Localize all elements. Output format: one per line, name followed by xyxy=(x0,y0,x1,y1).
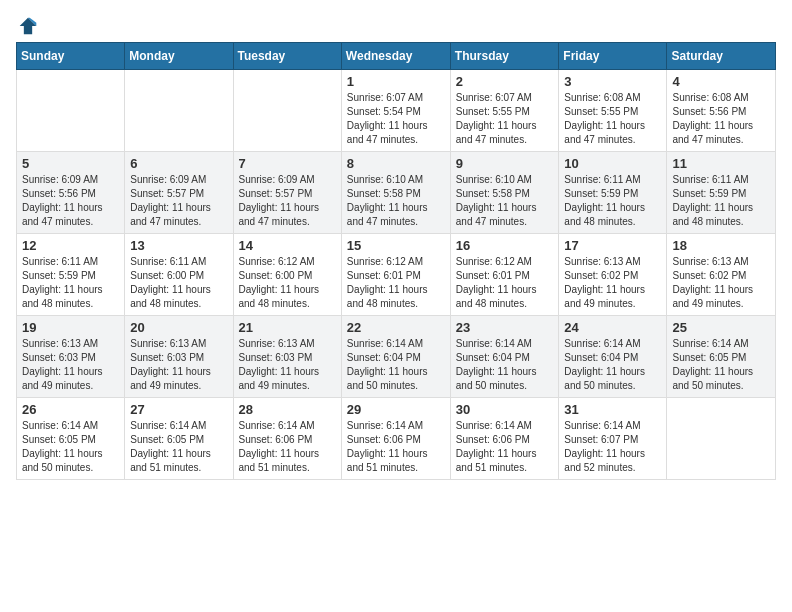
calendar-table: SundayMondayTuesdayWednesdayThursdayFrid… xyxy=(16,42,776,480)
calendar-cell xyxy=(667,398,776,480)
day-info: Sunrise: 6:14 AM Sunset: 6:06 PM Dayligh… xyxy=(239,419,336,475)
page-header xyxy=(16,16,776,36)
calendar-cell xyxy=(17,70,125,152)
day-number: 18 xyxy=(672,238,770,253)
day-info: Sunrise: 6:14 AM Sunset: 6:06 PM Dayligh… xyxy=(456,419,554,475)
day-info: Sunrise: 6:10 AM Sunset: 5:58 PM Dayligh… xyxy=(456,173,554,229)
calendar-week-row: 5Sunrise: 6:09 AM Sunset: 5:56 PM Daylig… xyxy=(17,152,776,234)
day-number: 5 xyxy=(22,156,119,171)
day-info: Sunrise: 6:07 AM Sunset: 5:54 PM Dayligh… xyxy=(347,91,445,147)
day-number: 22 xyxy=(347,320,445,335)
day-info: Sunrise: 6:13 AM Sunset: 6:03 PM Dayligh… xyxy=(130,337,227,393)
calendar-cell: 30Sunrise: 6:14 AM Sunset: 6:06 PM Dayli… xyxy=(450,398,559,480)
day-info: Sunrise: 6:11 AM Sunset: 5:59 PM Dayligh… xyxy=(22,255,119,311)
day-header-friday: Friday xyxy=(559,43,667,70)
day-number: 12 xyxy=(22,238,119,253)
calendar-cell: 19Sunrise: 6:13 AM Sunset: 6:03 PM Dayli… xyxy=(17,316,125,398)
calendar-cell: 8Sunrise: 6:10 AM Sunset: 5:58 PM Daylig… xyxy=(341,152,450,234)
day-info: Sunrise: 6:12 AM Sunset: 6:00 PM Dayligh… xyxy=(239,255,336,311)
day-header-thursday: Thursday xyxy=(450,43,559,70)
calendar-cell: 13Sunrise: 6:11 AM Sunset: 6:00 PM Dayli… xyxy=(125,234,233,316)
day-number: 15 xyxy=(347,238,445,253)
day-number: 14 xyxy=(239,238,336,253)
day-header-saturday: Saturday xyxy=(667,43,776,70)
calendar-week-row: 26Sunrise: 6:14 AM Sunset: 6:05 PM Dayli… xyxy=(17,398,776,480)
day-number: 26 xyxy=(22,402,119,417)
calendar-cell: 12Sunrise: 6:11 AM Sunset: 5:59 PM Dayli… xyxy=(17,234,125,316)
day-number: 10 xyxy=(564,156,661,171)
day-number: 8 xyxy=(347,156,445,171)
calendar-cell: 6Sunrise: 6:09 AM Sunset: 5:57 PM Daylig… xyxy=(125,152,233,234)
day-info: Sunrise: 6:11 AM Sunset: 5:59 PM Dayligh… xyxy=(672,173,770,229)
calendar-header-row: SundayMondayTuesdayWednesdayThursdayFrid… xyxy=(17,43,776,70)
calendar-cell: 4Sunrise: 6:08 AM Sunset: 5:56 PM Daylig… xyxy=(667,70,776,152)
day-info: Sunrise: 6:14 AM Sunset: 6:04 PM Dayligh… xyxy=(456,337,554,393)
day-info: Sunrise: 6:11 AM Sunset: 6:00 PM Dayligh… xyxy=(130,255,227,311)
day-number: 23 xyxy=(456,320,554,335)
day-number: 11 xyxy=(672,156,770,171)
calendar-cell: 23Sunrise: 6:14 AM Sunset: 6:04 PM Dayli… xyxy=(450,316,559,398)
calendar-cell: 11Sunrise: 6:11 AM Sunset: 5:59 PM Dayli… xyxy=(667,152,776,234)
calendar-cell: 28Sunrise: 6:14 AM Sunset: 6:06 PM Dayli… xyxy=(233,398,341,480)
day-number: 31 xyxy=(564,402,661,417)
calendar-cell: 1Sunrise: 6:07 AM Sunset: 5:54 PM Daylig… xyxy=(341,70,450,152)
calendar-cell xyxy=(233,70,341,152)
day-info: Sunrise: 6:13 AM Sunset: 6:03 PM Dayligh… xyxy=(239,337,336,393)
day-info: Sunrise: 6:13 AM Sunset: 6:02 PM Dayligh… xyxy=(564,255,661,311)
day-info: Sunrise: 6:14 AM Sunset: 6:05 PM Dayligh… xyxy=(22,419,119,475)
day-info: Sunrise: 6:14 AM Sunset: 6:05 PM Dayligh… xyxy=(672,337,770,393)
day-info: Sunrise: 6:08 AM Sunset: 5:55 PM Dayligh… xyxy=(564,91,661,147)
calendar-week-row: 19Sunrise: 6:13 AM Sunset: 6:03 PM Dayli… xyxy=(17,316,776,398)
day-number: 27 xyxy=(130,402,227,417)
day-header-tuesday: Tuesday xyxy=(233,43,341,70)
day-info: Sunrise: 6:07 AM Sunset: 5:55 PM Dayligh… xyxy=(456,91,554,147)
calendar-cell: 22Sunrise: 6:14 AM Sunset: 6:04 PM Dayli… xyxy=(341,316,450,398)
day-info: Sunrise: 6:14 AM Sunset: 6:05 PM Dayligh… xyxy=(130,419,227,475)
calendar-cell: 29Sunrise: 6:14 AM Sunset: 6:06 PM Dayli… xyxy=(341,398,450,480)
calendar-cell: 9Sunrise: 6:10 AM Sunset: 5:58 PM Daylig… xyxy=(450,152,559,234)
day-number: 28 xyxy=(239,402,336,417)
day-info: Sunrise: 6:11 AM Sunset: 5:59 PM Dayligh… xyxy=(564,173,661,229)
day-info: Sunrise: 6:12 AM Sunset: 6:01 PM Dayligh… xyxy=(347,255,445,311)
day-info: Sunrise: 6:13 AM Sunset: 6:02 PM Dayligh… xyxy=(672,255,770,311)
calendar-cell: 15Sunrise: 6:12 AM Sunset: 6:01 PM Dayli… xyxy=(341,234,450,316)
calendar-week-row: 1Sunrise: 6:07 AM Sunset: 5:54 PM Daylig… xyxy=(17,70,776,152)
day-number: 25 xyxy=(672,320,770,335)
calendar-cell: 3Sunrise: 6:08 AM Sunset: 5:55 PM Daylig… xyxy=(559,70,667,152)
day-info: Sunrise: 6:14 AM Sunset: 6:07 PM Dayligh… xyxy=(564,419,661,475)
calendar-cell: 10Sunrise: 6:11 AM Sunset: 5:59 PM Dayli… xyxy=(559,152,667,234)
day-number: 20 xyxy=(130,320,227,335)
day-number: 7 xyxy=(239,156,336,171)
calendar-cell: 25Sunrise: 6:14 AM Sunset: 6:05 PM Dayli… xyxy=(667,316,776,398)
day-number: 24 xyxy=(564,320,661,335)
day-number: 2 xyxy=(456,74,554,89)
calendar-cell: 27Sunrise: 6:14 AM Sunset: 6:05 PM Dayli… xyxy=(125,398,233,480)
day-number: 9 xyxy=(456,156,554,171)
calendar-cell: 21Sunrise: 6:13 AM Sunset: 6:03 PM Dayli… xyxy=(233,316,341,398)
day-number: 13 xyxy=(130,238,227,253)
calendar-cell xyxy=(125,70,233,152)
calendar-cell: 18Sunrise: 6:13 AM Sunset: 6:02 PM Dayli… xyxy=(667,234,776,316)
calendar-cell: 20Sunrise: 6:13 AM Sunset: 6:03 PM Dayli… xyxy=(125,316,233,398)
day-info: Sunrise: 6:12 AM Sunset: 6:01 PM Dayligh… xyxy=(456,255,554,311)
day-number: 3 xyxy=(564,74,661,89)
day-number: 4 xyxy=(672,74,770,89)
day-info: Sunrise: 6:09 AM Sunset: 5:57 PM Dayligh… xyxy=(239,173,336,229)
calendar-cell: 24Sunrise: 6:14 AM Sunset: 6:04 PM Dayli… xyxy=(559,316,667,398)
day-info: Sunrise: 6:14 AM Sunset: 6:06 PM Dayligh… xyxy=(347,419,445,475)
calendar-cell: 2Sunrise: 6:07 AM Sunset: 5:55 PM Daylig… xyxy=(450,70,559,152)
day-number: 21 xyxy=(239,320,336,335)
logo-icon xyxy=(18,16,38,36)
day-info: Sunrise: 6:10 AM Sunset: 5:58 PM Dayligh… xyxy=(347,173,445,229)
day-info: Sunrise: 6:14 AM Sunset: 6:04 PM Dayligh… xyxy=(564,337,661,393)
day-number: 1 xyxy=(347,74,445,89)
day-number: 16 xyxy=(456,238,554,253)
logo xyxy=(16,16,38,36)
calendar-cell: 17Sunrise: 6:13 AM Sunset: 6:02 PM Dayli… xyxy=(559,234,667,316)
calendar-cell: 14Sunrise: 6:12 AM Sunset: 6:00 PM Dayli… xyxy=(233,234,341,316)
day-number: 17 xyxy=(564,238,661,253)
calendar-cell: 31Sunrise: 6:14 AM Sunset: 6:07 PM Dayli… xyxy=(559,398,667,480)
day-number: 19 xyxy=(22,320,119,335)
day-number: 29 xyxy=(347,402,445,417)
day-info: Sunrise: 6:09 AM Sunset: 5:56 PM Dayligh… xyxy=(22,173,119,229)
